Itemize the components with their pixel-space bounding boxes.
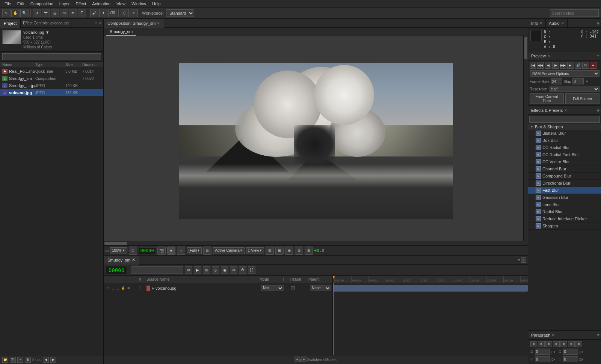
list-item[interactable]: J volcano.jpg JPEG 132 KB [0,89,103,96]
audio-btn[interactable]: 🔊 [575,62,581,69]
timeline-tab[interactable]: Smudgy_sm ✕ [104,256,139,265]
para-spacing-1[interactable] [535,349,550,355]
tl-nav-right[interactable]: ▶ [301,356,307,362]
prev-frame-btn[interactable]: ◀◀ [537,62,544,69]
viewer-alpha-btn[interactable]: ○ [177,247,185,255]
menu-view[interactable]: View [113,2,128,6]
audio-tab[interactable]: Audio ✕ [546,19,567,28]
tool-roto[interactable]: ⬡ [121,9,129,17]
viewer-snap-btn[interactable]: ⊕ [285,247,293,255]
new-composition-btn[interactable]: 🎬 [10,357,16,363]
comp-tab-close[interactable]: ✕ [157,21,160,25]
comp-tab-active[interactable]: Composition: Smudgy_sm ✕ [104,19,164,28]
tl-keyframe-btn[interactable]: ◇ [212,266,219,274]
tool-camera[interactable]: 📷 [42,9,50,17]
play-btn[interactable]: ▶ [552,62,559,69]
layer-label-btn[interactable]: ◼ [126,286,131,290]
viewer-3d-btn[interactable]: ⊞ [305,247,313,255]
para-align-left[interactable]: ≡ [530,341,537,347]
timeline-tab-close[interactable]: ✕ [132,257,135,262]
scroll-right-btn[interactable]: ▶ [50,357,56,363]
project-search-input[interactable] [2,53,101,60]
record-btn[interactable]: ● [590,62,596,69]
viewer-scrollbar-h[interactable] [104,241,528,245]
tool-text[interactable]: T [78,9,86,17]
tool-pen[interactable]: ✒ [69,9,77,17]
effect-item-channel[interactable]: fx Channel Blur [528,165,601,173]
last-frame-btn[interactable]: ▶| [567,62,574,69]
layer-video-btn[interactable]: _ [110,286,115,290]
viewer-guide-btn[interactable]: ⊛ [295,247,303,255]
tool-shape[interactable]: ▭ [60,9,68,17]
effect-item-bilateral[interactable]: fx Bilateral Blur [528,130,601,137]
tool-anchor[interactable]: ◎ [51,9,59,17]
list-item[interactable]: J Smudgy_....jpg JPEG 140 KB [0,82,103,89]
tab-project[interactable]: Project [0,19,21,28]
para-spacing-2[interactable] [563,349,578,355]
viewer-timecode[interactable]: 00000 [139,247,156,254]
para-spacing-4[interactable] [563,356,578,362]
para-justify-center[interactable]: ≡ [560,341,567,347]
timeline-timecode[interactable]: 00000 [106,266,127,274]
para-justify-all[interactable]: ≡ [575,341,582,347]
search-help-input[interactable] [550,9,599,17]
tl-3d-btn[interactable]: ⊛ [230,266,237,274]
para-justify-right[interactable]: ≡ [568,341,575,347]
para-tab-close[interactable]: ✕ [552,333,555,337]
menu-window[interactable]: Window [128,2,149,6]
tool-puppet[interactable]: ✧ [130,9,138,17]
effects-search-input[interactable] [529,116,600,123]
menu-animation[interactable]: Animation [89,2,113,6]
resolution-select[interactable]: Half [549,86,599,92]
effect-item-sharpen[interactable]: fx Sharpen [528,223,601,230]
loop-btn[interactable]: ↻ [582,62,589,69]
panel-close-icon[interactable]: ✕ [99,21,102,25]
menu-effect[interactable]: Effect [72,2,89,6]
camera-view-dropdown[interactable]: Active Camera ▼ [213,247,245,254]
tool-clone[interactable]: ✦ [99,9,107,17]
effect-item-fast[interactable]: fx Fast Blur [528,187,601,194]
tool-eraser[interactable]: ⌫ [108,9,116,17]
tool-brush[interactable]: 🖌 [90,9,98,17]
timeline-panel-menu[interactable]: ≡ [518,258,520,262]
play-back-btn[interactable]: ◀ [545,62,551,69]
audio-tab-close[interactable]: ✕ [561,21,564,25]
comp-subtab-smudgy[interactable]: Smudgy_sm [106,28,136,36]
frame-rate-input[interactable] [551,78,562,84]
tl-expressions-btn[interactable]: { } [248,266,255,274]
menu-help[interactable]: Help [149,2,164,6]
tool-rotate[interactable]: ↺ [33,9,41,17]
info-tab[interactable]: Info ✕ [528,19,546,28]
first-frame-btn[interactable]: |◀ [530,62,536,69]
effect-item-gaussian[interactable]: fx Gaussian Blur [528,194,601,201]
effect-item-directional[interactable]: fx Directional Blur [528,180,601,187]
ram-preview-dropdown[interactable]: RAM Preview Options [530,70,599,77]
full-screen-btn[interactable]: Full Screen [565,93,599,104]
effect-item-compound[interactable]: fx Compound Blur [528,173,601,180]
track-body[interactable] [333,283,528,355]
tool-select[interactable]: ↖ [2,9,11,17]
effect-item-lens[interactable]: fx Lens Blur [528,201,601,208]
tool-hand[interactable]: ✋ [11,9,20,17]
para-justify-left[interactable]: ≡ [553,341,560,347]
next-frame-btn[interactable]: ▶▶ [560,62,566,69]
camera-icon[interactable]: 📷 [157,247,166,255]
menu-file[interactable]: File [2,2,14,6]
layer-parent-select[interactable]: None [310,285,331,291]
para-align-center[interactable]: ≡ [538,341,545,347]
workspace-select[interactable]: Standard [166,9,194,17]
scroll-left-btn[interactable]: ◀ [43,357,49,363]
timeline-search-input[interactable] [131,266,183,274]
layer-solo-btn[interactable]: ☀ [105,286,110,290]
skip-input[interactable] [572,78,584,84]
tl-snap-btn[interactable]: ⊞ [203,266,210,274]
info-tab-close[interactable]: ✕ [539,21,542,25]
layer-lock-btn[interactable]: 🔒 [121,286,125,290]
panel-menu-icon[interactable]: ≡ [95,21,97,25]
tl-comp-marker-btn[interactable]: ⊕ [185,266,192,274]
trkmat-check[interactable] [291,286,295,290]
list-item[interactable]: C Smudgy_sm Composition 7 0072 [0,75,103,82]
preview-panel-menu[interactable]: ≡ [597,54,601,58]
effects-panel-menu[interactable]: ≡ [597,108,601,113]
preview-tab-close[interactable]: ✕ [547,54,550,58]
